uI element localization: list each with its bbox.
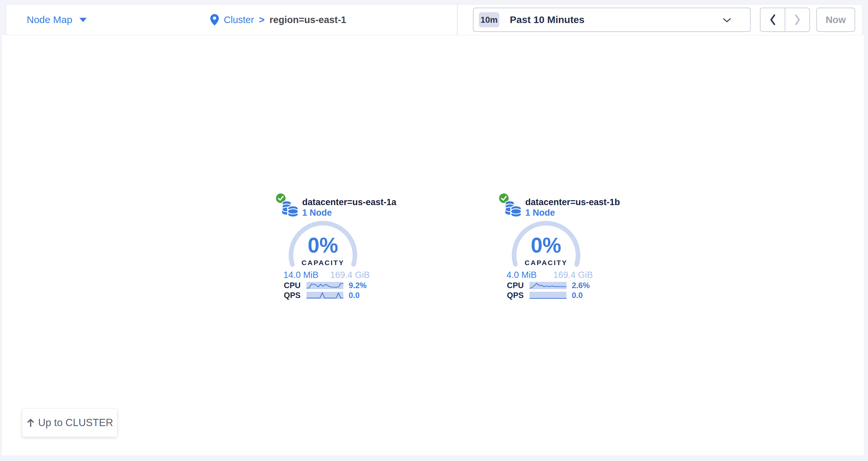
qps-value: 0.0 — [349, 291, 360, 300]
capacity-used: 14.0 MiB — [283, 270, 319, 280]
locality-card-us-east-1a[interactable]: datacenter=us-east-1a 1 Node 0% CAPACITY… — [270, 192, 379, 304]
up-to-cluster-label: Up to CLUSTER — [38, 417, 113, 429]
capacity-total: 169.4 GiB — [330, 270, 370, 280]
capacity-used: 4.0 MiB — [506, 270, 537, 280]
locality-card-us-east-1b[interactable]: datacenter=us-east-1b 1 Node 0% CAPACITY… — [493, 192, 602, 304]
now-button[interactable]: Now — [816, 7, 855, 32]
cpu-sparkline — [530, 282, 566, 289]
locality-node-count: 1 Node — [525, 207, 620, 218]
cpu-sparkline — [307, 282, 343, 289]
capacity-values: 14.0 MiB 169.4 GiB — [283, 270, 370, 280]
breadcrumb-cluster-link[interactable]: Cluster — [224, 14, 254, 25]
qps-metric-row: QPS 0.0 — [270, 291, 379, 300]
database-stack-icon — [504, 199, 522, 218]
capacity-percentage: 0% — [510, 235, 582, 256]
qps-label: QPS — [270, 291, 301, 300]
capacity-label: CAPACITY — [510, 259, 582, 267]
capacity-total: 169.4 GiB — [553, 270, 593, 280]
breadcrumb-current-locality: region=us-east-1 — [270, 14, 346, 25]
breadcrumb: Cluster > region=us-east-1 — [210, 5, 346, 35]
time-range-label: Past 10 Minutes — [510, 14, 585, 25]
cpu-label: CPU — [493, 281, 524, 290]
time-forward-button[interactable] — [785, 8, 809, 31]
locality-title: datacenter=us-east-1b — [525, 197, 620, 207]
cpu-metric-row: CPU 9.2% — [270, 281, 379, 290]
header-divider — [457, 5, 458, 35]
node-map-panel — [2, 35, 864, 455]
locality-heading: datacenter=us-east-1a 1 Node — [302, 197, 397, 218]
qps-sparkline — [307, 292, 343, 299]
locality-heading: datacenter=us-east-1b 1 Node — [525, 197, 620, 218]
cpu-metric-row: CPU 2.6% — [493, 281, 602, 290]
capacity-values: 4.0 MiB 169.4 GiB — [506, 270, 593, 280]
cpu-value: 2.6% — [572, 281, 590, 290]
time-pager — [760, 7, 810, 32]
arrow-up-icon — [26, 418, 35, 427]
chevron-right-icon — [794, 14, 801, 25]
time-back-button[interactable] — [761, 8, 785, 31]
cpu-value: 9.2% — [349, 281, 367, 290]
breadcrumb-separator: > — [259, 14, 265, 25]
view-selector-label: Node Map — [27, 14, 72, 25]
up-to-cluster-button[interactable]: Up to CLUSTER — [22, 408, 117, 437]
chevron-down-icon — [723, 18, 731, 23]
top-header-bar: Node Map Cluster > region=us-east-1 10m … — [6, 4, 862, 35]
qps-sparkline — [530, 292, 566, 299]
locality-title: datacenter=us-east-1a — [302, 197, 397, 207]
caret-down-icon — [80, 18, 87, 22]
capacity-label: CAPACITY — [287, 259, 359, 267]
chevron-left-icon — [770, 14, 776, 25]
qps-metric-row: QPS 0.0 — [493, 291, 602, 300]
cpu-label: CPU — [270, 281, 301, 290]
database-stack-icon — [281, 199, 299, 218]
location-pin-icon — [210, 14, 219, 26]
time-range-badge: 10m — [479, 12, 499, 27]
time-range-dropdown[interactable]: 10m Past 10 Minutes — [473, 7, 751, 32]
locality-node-count: 1 Node — [302, 207, 397, 218]
map-view-selector-dropdown[interactable]: Node Map — [21, 5, 87, 35]
qps-label: QPS — [493, 291, 524, 300]
qps-value: 0.0 — [572, 291, 583, 300]
capacity-percentage: 0% — [287, 235, 359, 256]
